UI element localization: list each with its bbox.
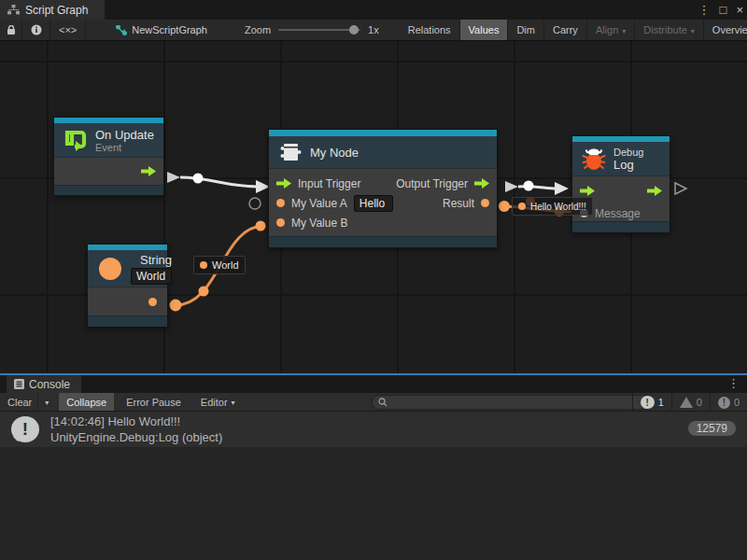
error-circle-icon: ! (718, 397, 730, 409)
chevron-down-icon: ▾ (622, 27, 626, 35)
wire-value-label-world: World (193, 256, 246, 274)
result-port[interactable] (481, 199, 489, 207)
node-footer (269, 236, 497, 247)
node-category: Debug (613, 147, 643, 158)
collapse-count-badge: 12579 (688, 421, 736, 436)
warning-count-toggle[interactable]: 0 (671, 393, 710, 412)
flow-output-port[interactable] (141, 163, 156, 180)
clear-dropdown[interactable]: ▾ (37, 393, 55, 411)
info-button[interactable] (22, 20, 50, 40)
code-icon: <×> (59, 24, 77, 35)
zoom-slider[interactable] (278, 29, 360, 31)
zoom-slider-handle[interactable] (349, 25, 359, 35)
graph-window-tabbar: Script Graph ⋮ □ × (0, 0, 747, 20)
node-footer (54, 185, 163, 195)
string-value-input[interactable] (131, 268, 172, 285)
editor-dropdown[interactable]: Editor▾ (193, 393, 243, 411)
debug-output-port[interactable] (647, 183, 662, 200)
result-label: Result (443, 197, 474, 210)
message-label: Message (595, 207, 641, 220)
carry-button[interactable]: Carry (544, 20, 587, 40)
my-value-a-input[interactable] (354, 195, 393, 212)
node-subtitle: Event (95, 142, 154, 153)
align-dropdown[interactable]: Align▾ (587, 20, 635, 40)
maximize-icon[interactable]: □ (720, 3, 727, 17)
warning-count: 0 (697, 397, 702, 408)
zoom-value: 1x (368, 24, 379, 35)
node-title: On Update (95, 128, 154, 142)
output-trigger-port[interactable] (474, 175, 489, 192)
graph-toolbar: <×> NewScriptGraph Zoom 1x Relations Val… (0, 20, 747, 41)
chevron-down-icon: ▾ (691, 27, 695, 35)
string-output-port[interactable] (148, 298, 157, 306)
graph-canvas[interactable]: On Update Event My Node (0, 41, 747, 373)
overview-button[interactable]: Overview (704, 20, 747, 40)
graph-name[interactable]: NewScriptGraph (106, 20, 217, 40)
log-entry-line2: UnityEngine.Debug:Log (object) (50, 429, 222, 445)
code-preview-button[interactable]: <×> (50, 20, 86, 40)
node-title: String (131, 253, 172, 267)
tab-console[interactable]: Console (7, 375, 81, 393)
console-panel: Console ⋮ Clear ▾ Collapse Error Pause E… (0, 373, 747, 560)
my-value-a-label: My Value A (291, 197, 347, 210)
my-value-a-port[interactable] (276, 199, 285, 207)
zoom-control: Zoom 1x (235, 20, 388, 40)
input-trigger-port[interactable] (276, 175, 291, 192)
dim-button[interactable]: Dim (508, 20, 544, 40)
console-log-entry[interactable]: ! [14:02:46] Hello World!!! UnityEngine.… (0, 412, 747, 447)
log-count-toggle[interactable]: ! 1 (632, 393, 671, 412)
search-icon (378, 398, 388, 407)
wire-mynode-to-debug[interactable] (505, 181, 569, 196)
input-trigger-label: Input Trigger (298, 177, 360, 190)
loop-event-icon (63, 129, 88, 151)
console-toolbar: Clear ▾ Collapse Error Pause Editor▾ ! 1… (0, 393, 747, 412)
port-myvaluea-external[interactable] (249, 198, 261, 209)
values-button[interactable]: Values (460, 20, 509, 40)
wire-value-label-hello-world: Hello World!!! (512, 197, 593, 216)
collapse-button[interactable]: Collapse (59, 393, 114, 411)
console-menu-icon[interactable]: ⋮ (727, 376, 740, 390)
warning-triangle-icon (680, 397, 693, 408)
unit-node-icon (278, 141, 303, 163)
window-menu-icon[interactable]: ⋮ (698, 3, 711, 17)
unity-window: Script Graph ⋮ □ × <×> NewScriptGraph (0, 0, 747, 560)
close-icon[interactable]: × (736, 3, 743, 17)
wire-onupdate-to-mynode[interactable] (167, 172, 270, 193)
console-search[interactable] (372, 395, 654, 410)
info-icon (31, 24, 42, 35)
node-footer (572, 221, 669, 232)
error-count: 0 (734, 397, 740, 408)
port-debug-output-external[interactable] (675, 183, 686, 194)
console-search-input[interactable] (391, 397, 647, 408)
log-entry-line1: [14:02:46] Hello World!!! (50, 413, 222, 429)
error-pause-button[interactable]: Error Pause (119, 393, 189, 411)
script-graph-icon (7, 5, 20, 15)
window-controls: ⋮ □ × (698, 0, 743, 20)
distribute-dropdown[interactable]: Distribute▾ (635, 20, 703, 40)
node-title: Log (613, 158, 643, 172)
node-on-update[interactable]: On Update Event (53, 117, 164, 196)
value-dot-icon (200, 261, 207, 269)
lock-button[interactable] (0, 20, 22, 40)
output-trigger-label: Output Trigger (396, 177, 468, 190)
relations-button[interactable]: Relations (400, 20, 460, 40)
console-count-badges: ! 1 0 ! 0 (632, 393, 747, 412)
node-string[interactable]: String (87, 244, 168, 328)
zoom-label: Zoom (245, 24, 271, 35)
node-my-node[interactable]: My Node Input Trigger Output Trigger (268, 129, 498, 248)
tab-script-graph[interactable]: Script Graph (0, 0, 105, 20)
my-value-b-port[interactable] (276, 218, 285, 227)
debug-bug-icon (582, 147, 606, 171)
log-count: 1 (658, 397, 664, 408)
error-count-toggle[interactable]: ! 0 (710, 393, 747, 412)
graph-asset-icon (116, 25, 127, 35)
log-bubble-icon: ! (11, 416, 39, 442)
chevron-down-icon: ▾ (45, 399, 49, 407)
clear-button[interactable]: Clear (0, 393, 37, 411)
node-footer (88, 315, 167, 327)
node-title: My Node (310, 146, 359, 160)
log-bubble-icon: ! (641, 396, 655, 409)
chevron-down-icon: ▾ (232, 399, 235, 407)
node-debug-log[interactable]: Debug Log Message (571, 135, 670, 233)
console-list-icon (14, 379, 24, 389)
